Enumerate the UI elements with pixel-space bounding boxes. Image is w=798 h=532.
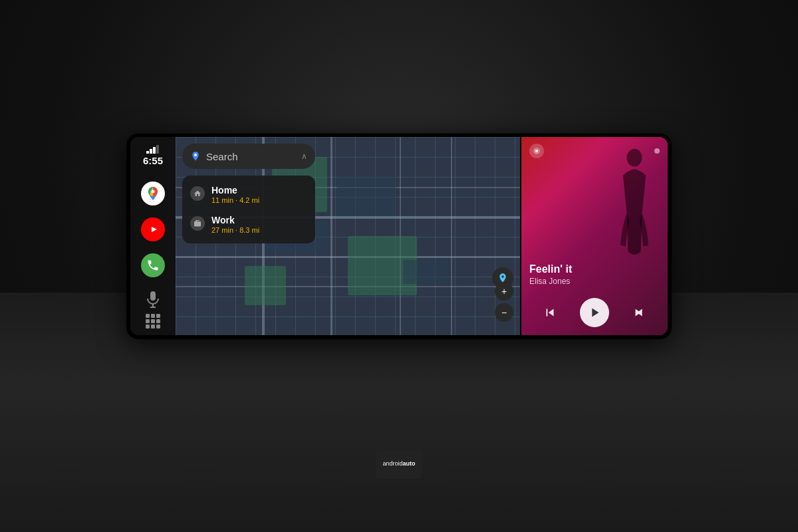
status-row: 6:55 (143, 145, 163, 172)
brand-auto: auto (403, 460, 416, 467)
device-body: androidauto (376, 450, 422, 479)
svg-point-18 (194, 154, 197, 156)
svg-rect-2 (153, 147, 156, 154)
music-app-icon (529, 144, 544, 158)
destination-home[interactable]: Home 11 min · 4.2 mi (182, 180, 315, 209)
android-auto-device: androidauto (376, 450, 422, 479)
destination-work-meta: 27 min · 8.3 mi (211, 226, 259, 234)
search-bar[interactable]: Search ∧ (182, 144, 315, 169)
svg-rect-16 (151, 325, 155, 329)
destination-work-name: Work (211, 215, 259, 225)
zoom-out-button[interactable]: − (495, 303, 513, 322)
music-top-bar (521, 137, 668, 162)
music-controls (521, 291, 668, 335)
chevron-up-icon: ∧ (301, 152, 307, 161)
map-park (245, 266, 286, 306)
destination-work[interactable]: Work 27 min · 8.3 mi (182, 209, 315, 239)
previous-button[interactable] (538, 301, 562, 325)
maps-search-icon (190, 151, 201, 162)
svg-rect-13 (151, 319, 155, 323)
search-label: Search (206, 151, 296, 162)
svg-point-21 (535, 150, 538, 152)
svg-rect-1 (150, 149, 152, 154)
map-block (337, 177, 396, 217)
song-title: Feelin' it (529, 263, 660, 275)
music-player: Feelin' it Elisa Jones (521, 137, 668, 335)
maps-icon (141, 182, 165, 205)
map-section[interactable]: Search ∧ Home 11 min · 4.2 (176, 137, 520, 335)
phone-icon (141, 253, 165, 277)
time-display: 6:55 (143, 155, 163, 166)
svg-rect-10 (151, 314, 155, 318)
music-info: Feelin' it Elisa Jones (521, 263, 668, 291)
screen-bezel: 6:55 (126, 133, 672, 339)
destination-home-name: Home (211, 185, 259, 196)
svg-rect-9 (146, 314, 150, 318)
artist-name: Elisa Jones (529, 277, 660, 286)
screen-display: 6:55 (130, 137, 668, 335)
svg-rect-15 (146, 325, 150, 329)
music-indicator-dot (654, 148, 660, 154)
map-block (403, 260, 448, 284)
svg-rect-12 (146, 319, 150, 323)
destinations-list: Home 11 min · 4.2 mi Work (182, 176, 315, 243)
zoom-in-button[interactable]: + (495, 282, 513, 301)
brand-android: android (382, 460, 402, 467)
artist-silhouette (608, 144, 661, 283)
play-pause-button[interactable] (580, 298, 609, 327)
svg-rect-6 (150, 291, 156, 301)
svg-rect-0 (146, 151, 149, 154)
svg-rect-17 (156, 325, 160, 329)
svg-rect-3 (156, 145, 159, 154)
app-grid-button[interactable] (141, 314, 165, 329)
svg-point-4 (152, 190, 155, 194)
next-button[interactable] (627, 301, 651, 325)
map-road (451, 137, 452, 335)
signal-icon (146, 145, 160, 154)
maps-nav-button[interactable] (138, 179, 168, 208)
destination-home-info: Home 11 min · 4.2 mi (211, 185, 259, 204)
youtube-nav-button[interactable] (138, 215, 168, 244)
youtube-icon (141, 217, 165, 241)
destination-home-meta: 11 min · 4.2 mi (211, 196, 259, 204)
phone-nav-button[interactable] (138, 251, 168, 280)
svg-rect-11 (156, 314, 160, 318)
work-icon (190, 216, 205, 231)
map-road (331, 137, 332, 335)
svg-marker-5 (152, 227, 157, 232)
map-main-content: Search ∧ Home 11 min · 4.2 (176, 137, 520, 335)
brand-label: androidauto (382, 460, 415, 468)
microphone-button[interactable] (141, 291, 165, 309)
sidebar: 6:55 (130, 137, 176, 335)
map-zoom-controls: + − (495, 282, 513, 322)
home-icon (190, 186, 205, 201)
destination-work-info: Work 27 min · 8.3 mi (211, 215, 259, 234)
svg-rect-14 (156, 319, 160, 323)
